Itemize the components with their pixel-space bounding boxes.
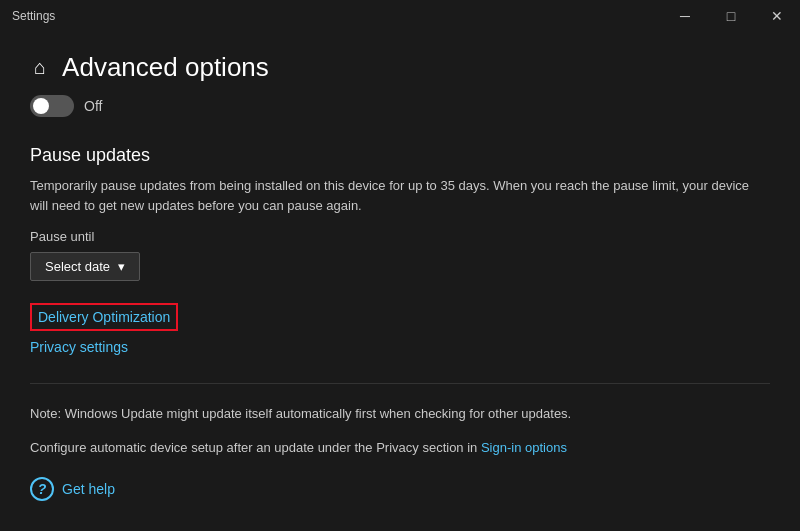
maximize-icon: □: [727, 8, 735, 24]
main-toggle[interactable]: [30, 95, 74, 117]
help-icon: ?: [30, 477, 54, 501]
sign-in-options-link[interactable]: Sign-in options: [481, 440, 567, 455]
note1: Note: Windows Update might update itself…: [30, 404, 770, 424]
page-header: ⌂ Advanced options: [30, 52, 770, 83]
close-button[interactable]: ✕: [754, 0, 800, 32]
maximize-button[interactable]: □: [708, 0, 754, 32]
titlebar-left: Settings: [12, 9, 55, 23]
note2-prefix: Configure automatic device setup after a…: [30, 440, 481, 455]
pause-updates-description: Temporarily pause updates from being ins…: [30, 176, 770, 215]
notes-section: Note: Windows Update might update itself…: [30, 404, 770, 457]
note2: Configure automatic device setup after a…: [30, 438, 770, 458]
content-area: ⌂ Advanced options Off Pause updates Tem…: [0, 32, 800, 531]
minimize-icon: ─: [680, 8, 690, 24]
help-row: ? Get help: [30, 477, 770, 501]
toggle-row: Off: [30, 95, 770, 117]
date-select-button[interactable]: Select date ▾: [30, 252, 140, 281]
titlebar-controls: ─ □ ✕: [662, 0, 800, 32]
delivery-optimization-link[interactable]: Delivery Optimization: [30, 303, 178, 331]
toggle-label: Off: [84, 98, 102, 114]
close-icon: ✕: [771, 8, 783, 24]
date-select-label: Select date: [45, 259, 110, 274]
minimize-button[interactable]: ─: [662, 0, 708, 32]
main-layout: ⌂ Advanced options Off Pause updates Tem…: [0, 32, 800, 531]
links-section: Delivery Optimization Privacy settings: [30, 303, 770, 355]
page-title: Advanced options: [62, 52, 269, 83]
home-icon: ⌂: [34, 56, 46, 79]
get-help-link[interactable]: Get help: [62, 481, 115, 497]
pause-updates-title: Pause updates: [30, 145, 770, 166]
app-title: Settings: [12, 9, 55, 23]
pause-until-label: Pause until: [30, 229, 770, 244]
titlebar: Settings ─ □ ✕: [0, 0, 800, 32]
chevron-down-icon: ▾: [118, 259, 125, 274]
privacy-settings-link[interactable]: Privacy settings: [30, 339, 770, 355]
question-icon: ?: [38, 481, 47, 497]
divider: [30, 383, 770, 384]
pause-updates-section: Pause updates Temporarily pause updates …: [30, 145, 770, 303]
back-button[interactable]: ⌂: [30, 52, 50, 83]
